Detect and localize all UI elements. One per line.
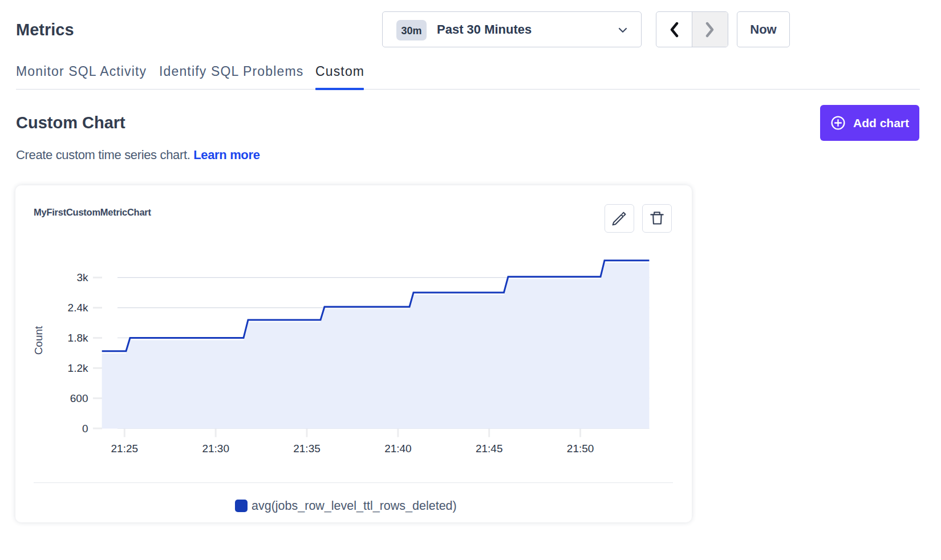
svg-text:Count: Count [33,326,44,355]
svg-text:600: 600 [70,392,88,404]
svg-text:21:40: 21:40 [384,443,412,455]
svg-text:21:35: 21:35 [293,443,321,455]
svg-text:1.2k: 1.2k [68,362,88,374]
svg-text:2.4k: 2.4k [68,302,88,314]
svg-text:0: 0 [82,423,88,435]
svg-text:21:45: 21:45 [476,443,503,455]
svg-text:21:50: 21:50 [567,443,594,455]
svg-text:1.8k: 1.8k [68,332,88,344]
svg-text:21:25: 21:25 [111,443,139,455]
svg-text:21:30: 21:30 [202,443,229,455]
svg-text:3k: 3k [76,271,88,283]
